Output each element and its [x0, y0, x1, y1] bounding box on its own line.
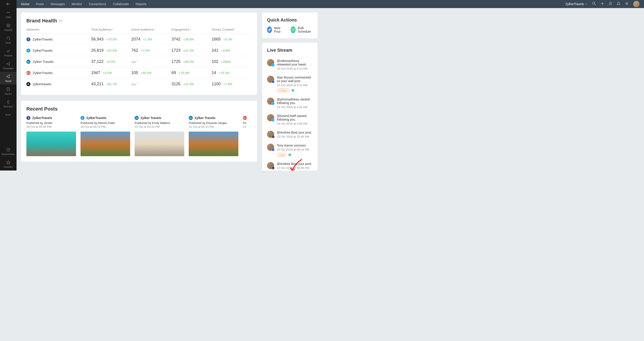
network-badge-icon: t [272, 102, 274, 105]
post-image [243, 132, 252, 156]
main-content: Brand Health ? Networks Total Audience? … [16, 8, 322, 171]
sidebar-item-social[interactable]: Social [0, 72, 16, 85]
svg-point-2 [6, 76, 8, 77]
nav-posts[interactable]: Posts [36, 2, 44, 6]
post-image [80, 132, 130, 156]
sidebar-item-favorites[interactable]: Favorites [0, 158, 16, 171]
post-date: 26 Oct at 05:55 PM [26, 125, 76, 128]
action-icon[interactable] [288, 153, 292, 157]
headset-icon [6, 36, 11, 41]
instagram-icon: ◎ [26, 82, 30, 86]
network-name: ZylkerTravels [33, 37, 52, 41]
post-date: 23 Oct at 03:41 PM [134, 125, 184, 128]
health-row[interactable]: inZylker Travels 37,122+0.0% NA? 1725+80… [26, 56, 252, 67]
nav-home[interactable]: Home [21, 2, 29, 6]
topbar-nav: Home Posts Messages Monitor Connections … [21, 2, 146, 6]
network-badge-icon: f [272, 80, 274, 83]
help-icon[interactable]: ? [59, 19, 62, 22]
twitter-icon: t [80, 116, 84, 120]
network-name: Zylker Travels [33, 60, 54, 64]
nav-connections[interactable]: Connections [89, 2, 106, 6]
nav-monitor[interactable]: Monitor [72, 2, 82, 6]
check-icon [6, 49, 11, 54]
quick-actions-card: Quick Actions New Post Bulk Schedule [262, 13, 318, 38]
column-header: Total Audience? [91, 28, 132, 31]
sidebar-item-label: SalesIQ [4, 29, 12, 31]
brand-health-card: Brand Health ? Networks Total Audience? … [21, 13, 257, 95]
post-network-name: ZylkerTravels [86, 116, 106, 120]
post-date: 26 Oct at 04:13 PM [80, 125, 130, 128]
post-network-name: Zylker Travels [194, 116, 215, 120]
sidebar-item-salesiq[interactable]: SalesIQ [0, 21, 16, 34]
sidebar-item-label: CRM [6, 16, 11, 19]
annotation-arrow [288, 158, 304, 171]
network-badge-icon: t [272, 119, 274, 122]
stream-date: 23 Oct 2018 at 10:46 PM [277, 135, 309, 138]
topbar: Home Posts Messages Monitor Connections … [16, 0, 322, 8]
stream-text: @johnmatthews started following you. [277, 98, 312, 105]
post-card[interactable]: inZylker Travels Published by Eduardo Va… [189, 116, 238, 156]
app-sidebar: CRM SalesIQ Desk Projects Campaigns Soci… [0, 0, 16, 171]
nav-collaborate[interactable]: Collaborate [113, 2, 129, 6]
stream-date: 25 Oct 2018 at 9:10 AM [277, 84, 308, 87]
sidebar-item-crm[interactable]: CRM [0, 8, 16, 21]
svg-point-4 [9, 77, 10, 78]
sidebar-item-label: Social [5, 80, 11, 82]
stream-item[interactable]: ● @Andrea liked your post. 23 Oct 2018 a… [267, 128, 312, 141]
health-row[interactable]: ◎zylkertravels 43,211+61.7% NA? 3126+31.… [26, 79, 252, 90]
health-row[interactable]: G+ZylkerTravels 1947+3.0% 105+50.0% 69+7… [26, 67, 252, 79]
health-row[interactable]: fZylkerTravels 56,943+70.0% 2074+1.3% 37… [26, 34, 252, 45]
stream-item[interactable]: t @johnmatthews started following you. 2… [267, 95, 312, 111]
nav-reports[interactable]: Reports [136, 2, 146, 6]
svg-point-0 [7, 24, 10, 27]
sidebar-item-label: Desk [6, 42, 11, 44]
target-icon [6, 23, 11, 28]
live-stream-card: Live Stream t @mikesanthony retweeted yo… [262, 43, 318, 171]
post-card[interactable]: inZylker Travels Published by Emily Watk… [134, 116, 184, 156]
post-author: Published by Manish Patel [80, 121, 130, 125]
bulk-schedule-button[interactable]: Bulk Schedule [291, 26, 312, 33]
column-header: Engagement? [172, 28, 212, 31]
post-card[interactable]: G+ Pu 21 [243, 116, 252, 156]
svg-rect-5 [7, 88, 10, 91]
stream-item[interactable]: t @mikesanthony retweeted your tweet. 25… [267, 56, 312, 73]
stream-text: @Andrea liked your post. [277, 131, 312, 134]
network-name: ZylkerTravels [33, 49, 52, 52]
new-post-button[interactable]: New Post [267, 26, 284, 33]
post-image [189, 132, 238, 156]
sidebar-item-projects[interactable]: Projects [0, 46, 16, 59]
sidebar-more-button[interactable]: ••• [0, 110, 16, 120]
stream-avatar: t [267, 114, 274, 121]
stream-avatar: ● [267, 162, 274, 169]
stream-text: @mikesanthony retweeted your tweet. [277, 59, 312, 66]
sidebar-item-desk[interactable]: Desk [0, 34, 16, 46]
button-label: New Post [274, 26, 284, 33]
stream-item[interactable]: f Alan Bryson commented on your wall pos… [267, 73, 312, 95]
stream-date: 23 Oct 2018 at 08:18 PM [277, 148, 309, 151]
stream-item[interactable]: t @KevinChieff started following you. 24… [267, 111, 312, 128]
health-row[interactable]: tZylkerTravels 26,819+52.6% 762+7.0% 172… [26, 45, 252, 56]
post-card[interactable]: tZylkerTravels Published by Manish Patel… [80, 116, 130, 156]
card-title: Recent Posts [26, 106, 252, 112]
sidebar-item-recent[interactable]: Recent Items [0, 145, 16, 158]
sidebar-item-label: Survey [5, 93, 12, 95]
tag-contact[interactable]: Contact [277, 89, 289, 92]
gplus-icon: G+ [26, 71, 30, 75]
post-date: 22 Oct at 04:13 PM [189, 125, 238, 128]
sidebar-item-label: Recent Items [2, 153, 15, 156]
stream-avatar: t [267, 98, 274, 105]
facebook-icon: f [26, 37, 30, 41]
sidebar-item-campaigns[interactable]: Campaigns [0, 59, 16, 72]
card-title: Live Stream [267, 48, 312, 53]
sidebar-item-motivator[interactable]: Motivator [0, 97, 16, 110]
nav-messages[interactable]: Messages [50, 2, 65, 6]
sidebar-item-survey[interactable]: Survey [0, 85, 16, 97]
twitter-icon: t [26, 49, 30, 53]
tag-lead[interactable]: Lead [277, 153, 286, 157]
action-icon[interactable] [291, 89, 295, 92]
stream-date: 24 Oct 2018 at 4:00 AM [277, 122, 308, 125]
rocket-icon [6, 100, 11, 105]
post-card[interactable]: fZylkerTravels Published by Jenifer 26 O… [26, 116, 76, 156]
stream-item[interactable]: f Tony Karrer commen 23 Oct 2018 at 08:1… [267, 141, 312, 159]
sidebar-collapse-button[interactable] [0, 0, 16, 8]
